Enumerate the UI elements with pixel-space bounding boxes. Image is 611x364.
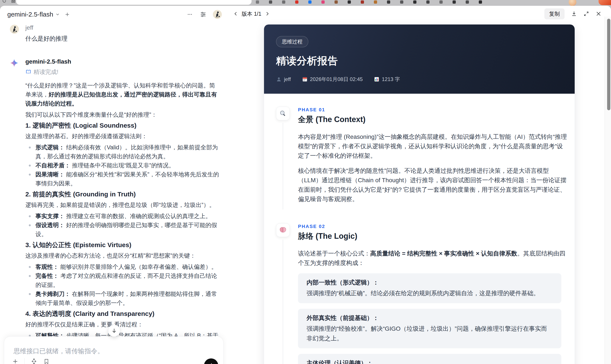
assistant-heading: 1. 逻辑的严密性 (Logical Soundness): [25, 121, 221, 130]
phase-title: 脉络 (The Logic): [298, 231, 567, 242]
divider: [24, 358, 25, 364]
logic-card-title: 外部真实性（前提基础）：: [306, 314, 553, 322]
copy-button[interactable]: 复制: [544, 8, 565, 19]
close-icon[interactable]: [596, 11, 601, 17]
phase-paragraph: 核心情境在于解决“思考的随意性”问题。不论是人类通过批判性思维进行决策，还是大语…: [298, 166, 567, 204]
browser-extension-icon[interactable]: [321, 0, 325, 4]
apps-grid-icon[interactable]: [11, 0, 15, 3]
gemini-logo-icon: [10, 59, 19, 68]
bookmark-button[interactable]: [43, 358, 50, 364]
assistant-list: 形式逻辑： 结构必须有效（Valid）。比如演绎推理中，如果前提全部为真，那么通…: [25, 143, 221, 188]
assistant-list: 事实支撑： 推理建立在可靠的数据、准确的观测或公认的真理之上。假设透明： 好的推…: [25, 212, 221, 239]
assistant-bullet: 事实支撑： 推理建立在可靠的数据、准确的观测或公认的真理之上。: [25, 212, 221, 221]
chevron-down-icon[interactable]: [55, 12, 60, 17]
scroll-to-bottom-button[interactable]: [108, 325, 120, 337]
browser-extension-icon[interactable]: [479, 0, 482, 4]
bar-chart-icon: [374, 77, 379, 82]
phase-paragraph: 该论述基于一个核心公式：高质量结论 = 结构完整性 × 事实准确性 × 认知自律…: [298, 249, 567, 268]
browser-extension-icon[interactable]: [452, 0, 456, 4]
logic-card: 主体伦理（认识美德）：转向推理者的心理特征。引入奥卡姆剃刀和反向论证，旨在克服人…: [298, 354, 561, 364]
phase-section: PHASE 02脉络 (The Logic)该论述基于一个核心公式：高质量结论 …: [276, 223, 567, 364]
user-avatar[interactable]: [213, 10, 222, 19]
user-avatar: [10, 25, 19, 34]
assistant-bullet: 奥卡姆剃刀： 在解释同一个现象时，如果两种推理都能站得住脚，通常倾向于最简单、假…: [25, 289, 221, 308]
phase-section: PHASE 01全景 (The Context)本内容是对“推理 (Reason…: [276, 107, 567, 209]
voice-input-button[interactable]: [204, 358, 218, 364]
browser-extension-icon[interactable]: [282, 0, 285, 4]
assistant-name: gemini-2.5-flash: [25, 58, 221, 65]
browser-extension-icon[interactable]: [426, 0, 430, 4]
attach-plus-button[interactable]: [12, 358, 18, 364]
artifact-pane: 版本 1/1 复制 思维过程: [228, 6, 611, 364]
phase-body: PHASE 01全景 (The Context)本内容是对“推理 (Reason…: [298, 107, 567, 209]
assistant-message: gemini-2.5-flash 精读完成! “什么是好的推理？”这是一个涉及逻…: [10, 58, 221, 349]
scrollbar-thumb[interactable]: [607, 19, 610, 110]
model-selector[interactable]: gemini-2.5-flash: [7, 11, 53, 18]
phase-rail: [276, 223, 290, 364]
download-icon[interactable]: [571, 11, 577, 17]
browser-extension-icon[interactable]: [413, 0, 416, 4]
tools-diamonds-button[interactable]: [30, 358, 37, 364]
browser-extension-icon[interactable]: [348, 0, 351, 4]
browser-toolbar: [0, 0, 611, 6]
new-chat-button[interactable]: [65, 12, 70, 17]
user-name: jeff: [25, 24, 221, 31]
assistant-paragraph: 好的推理不仅仅是结果正确，更要 看清过程：: [25, 320, 221, 329]
fullscreen-icon[interactable]: [584, 11, 589, 16]
meta-word-count: 1213 字: [374, 76, 400, 83]
timeline-line: [283, 123, 283, 209]
message-input[interactable]: 思维接口已就绪，请传输指令。: [4, 336, 224, 364]
browser-extension-icon[interactable]: [400, 0, 403, 4]
logic-card-body: 强调推理的“经验校准”。解决“GIGO（垃圾进，垃圾出）”问题，确保推理引擎运行…: [306, 324, 553, 343]
browser-extensions: [256, 0, 482, 4]
more-options-button[interactable]: [187, 12, 193, 17]
logic-card: 内部一致性（形式逻辑）：强调推理的“机械正确”。结论必须在给定的规则系统内逻辑自…: [298, 273, 561, 303]
assistant-bullet: 客观性： 能够识别并尽量排除个人偏见（如幸存者偏差、确认偏差）。: [25, 262, 221, 271]
browser-extension-icon[interactable]: [374, 0, 377, 4]
browser-extension-icon[interactable]: [361, 0, 364, 4]
user-message: jeff 什么是好的推理: [10, 24, 221, 43]
artifact-actions: 复制: [544, 8, 601, 19]
browser-extension-icon[interactable]: [269, 0, 272, 4]
assistant-paragraph: 这涉及推理者的心态和方法论，也是区分“杠精”和“思想家”的关键：: [25, 251, 221, 260]
logic-card-title: 内部一致性（形式逻辑）：: [306, 278, 553, 287]
phase-title: 全景 (The Context): [298, 114, 567, 125]
meta-author: jeff: [276, 76, 291, 82]
settings-sliders-icon[interactable]: [200, 11, 206, 18]
browser-extension-icon[interactable]: [308, 0, 312, 4]
phase-label: PHASE 02: [298, 224, 567, 229]
chat-header: gemini-2.5-flash: [7, 9, 222, 20]
browser-extension-icon[interactable]: [439, 0, 443, 4]
logic-card-body: 强调推理的“机械正确”。结论必须在给定的规则系统内逻辑自洽，这是推理的硬件基础。: [306, 288, 553, 298]
report-card: 思维过程 精读分析报告 jeff 2026年01月08日 02:45 1213 …: [264, 24, 575, 364]
waveform-icon: [208, 362, 214, 364]
browser-extension-icon[interactable]: [387, 0, 390, 4]
chevron-left-icon[interactable]: [233, 11, 238, 16]
phase-paragraphs: 本内容是对“推理 (Reasoning)”这一抽象概念的高层建模。在知识爆炸与人…: [298, 132, 567, 204]
browser-address-bar[interactable]: [16, 0, 252, 5]
assistant-heading: 2. 前提的真实性 (Grounding in Truth): [25, 190, 221, 198]
phase-paragraphs: 该论述基于一个核心公式：高质量结论 = 结构完整性 × 事实准确性 × 认知自律…: [298, 249, 567, 268]
report-hero: 思维过程 精读分析报告 jeff 2026年01月08日 02:45 1213 …: [264, 25, 575, 94]
browser-profile-avatar[interactable]: [569, 0, 576, 6]
person-icon: [276, 77, 282, 82]
reload-icon[interactable]: [2, 0, 6, 3]
version-navigator: 版本 1/1: [233, 10, 270, 17]
brain-icon: [276, 223, 290, 237]
book-icon: [25, 69, 31, 75]
timeline-line: [283, 240, 283, 364]
phase-paragraph: 本内容是对“推理 (Reasoning)”这一抽象概念的高层建模。在知识爆炸与人…: [298, 132, 567, 160]
app-window: gemini-2.5-flash jeff: [0, 6, 611, 364]
chevron-right-icon[interactable]: [265, 11, 270, 16]
assistant-paragraph: 我们可以从以下四个维度来衡量什么是“好的推理”：: [25, 110, 221, 119]
browser-extension-icon[interactable]: [256, 0, 259, 4]
assistant-paragraph: “什么是好的推理？”这是一个涉及逻辑学、认知科学和哲学核心的问题。简单来说，好的…: [25, 81, 221, 108]
assistant-bullet: 因果清晰： 能准确区分“相关性”和“因果关系”，不会轻率地将先后发生的事情归为因…: [25, 170, 221, 188]
scrollbar-track[interactable]: [605, 16, 611, 364]
browser-extension-icon[interactable]: [295, 0, 298, 4]
browser-extension-icon[interactable]: [466, 0, 469, 4]
browser-extension-icon[interactable]: [334, 0, 338, 4]
browser-corner-icon[interactable]: [598, 0, 611, 5]
report-meta: jeff 2026年01月08日 02:45 1213 字: [276, 76, 563, 83]
chat-pane: gemini-2.5-flash jeff: [0, 6, 228, 364]
